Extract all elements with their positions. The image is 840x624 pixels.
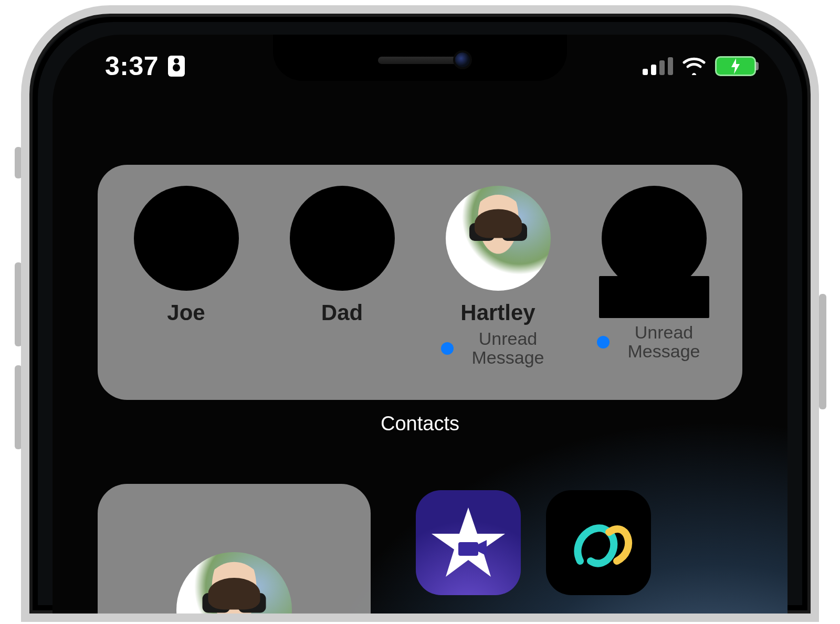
- sunglasses-icon: [469, 223, 527, 241]
- app-icon-generic[interactable]: [546, 490, 651, 595]
- contact-item[interactable]: Hartley Unread Message: [438, 186, 559, 384]
- star-icon: [429, 503, 508, 582]
- unread-dot-icon: [597, 336, 610, 348]
- sim-indicator-icon: [168, 56, 185, 77]
- contact-item[interactable]: Dad: [282, 186, 403, 384]
- contacts-widget[interactable]: Joe Dad Hartley Unread Message: [98, 165, 742, 400]
- unread-indicator: Unread Message: [441, 330, 555, 367]
- unread-dot-icon: [441, 342, 454, 355]
- secondary-widget[interactable]: [98, 484, 371, 614]
- app-icon-imovie[interactable]: [416, 490, 521, 595]
- unread-indicator: Unread Message: [597, 323, 711, 361]
- front-camera: [455, 52, 470, 67]
- sunglasses-icon: [203, 593, 266, 612]
- unread-label: Unread Message: [617, 323, 711, 361]
- contact-item[interactable]: Joe: [126, 186, 247, 384]
- redaction-bar: [599, 276, 709, 318]
- unread-label: Unread Message: [461, 330, 555, 367]
- contact-name: Hartley: [460, 300, 535, 325]
- svg-rect-1: [458, 542, 478, 556]
- contact-avatar: [290, 186, 395, 291]
- battery-icon: [715, 56, 756, 76]
- cellular-signal-icon: [643, 57, 673, 75]
- phone-frame: 3:37: [21, 5, 819, 622]
- phone-screen: 3:37: [52, 35, 788, 614]
- wifi-icon: [682, 57, 706, 75]
- contact-avatar: [176, 552, 292, 614]
- contact-avatar: [134, 186, 239, 291]
- power-button: [819, 294, 826, 409]
- loop-icon: [559, 503, 638, 582]
- contact-avatar: [446, 186, 551, 291]
- contact-item[interactable]: Unread Message: [594, 186, 715, 384]
- widget-label: Contacts: [52, 413, 788, 435]
- contact-name: Dad: [321, 300, 363, 325]
- contact-avatar: [602, 186, 707, 291]
- redacted-contact: [599, 186, 709, 320]
- contact-name: Joe: [167, 300, 205, 325]
- notch: [273, 35, 567, 81]
- speaker-grille: [378, 57, 462, 64]
- status-time: 3:37: [105, 51, 159, 81]
- charging-bolt-icon: [730, 58, 741, 74]
